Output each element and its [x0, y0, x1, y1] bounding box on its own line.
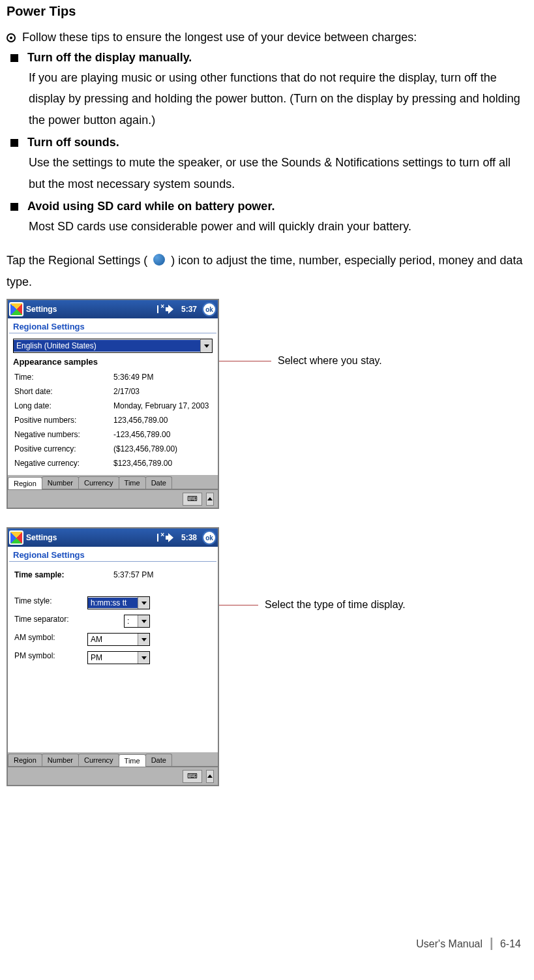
regional-settings-intro: Tap the Regional Settings ( ) icon to ad… — [7, 250, 527, 292]
row-value: Monday, February 17, 2003 — [113, 399, 211, 412]
callout-text: Select the type of time display. — [265, 599, 406, 611]
row-label: Positive currency: — [14, 442, 112, 455]
signal-off-icon[interactable] — [153, 532, 163, 543]
combo-value: PM — [88, 652, 138, 663]
field-label: Time separator: — [14, 613, 86, 630]
tab-number[interactable]: Number — [42, 754, 79, 766]
chevron-down-icon — [141, 620, 147, 623]
dropdown-button[interactable] — [138, 634, 149, 645]
signal-off-icon[interactable] — [153, 304, 163, 314]
row-label: Short date: — [14, 385, 112, 398]
ok-button[interactable]: ok — [202, 530, 216, 545]
intro-line: Follow these tips to ensure the longest … — [7, 31, 527, 44]
tab-region[interactable]: Region — [8, 477, 42, 489]
callout-2: Select the type of time display. — [219, 599, 406, 611]
keyboard-button[interactable]: ⌨ — [183, 770, 202, 783]
start-icon[interactable] — [9, 530, 23, 545]
time-separator-combo[interactable]: : — [124, 615, 150, 628]
dot-bullet-icon — [7, 33, 16, 42]
time-sample-label: Time sample: — [14, 568, 112, 581]
tab-region[interactable]: Region — [8, 754, 42, 766]
am-symbol-combo[interactable]: AM — [87, 633, 150, 646]
device-topbar: Settings 5:38 ok — [8, 528, 218, 547]
chevron-down-icon — [141, 602, 147, 605]
page-footer: User's Manual ┃ 6-14 — [7, 922, 527, 957]
row-value: -123,456,789.00 — [113, 428, 211, 441]
volume-icon[interactable] — [166, 532, 176, 543]
square-bullet-icon — [10, 139, 18, 147]
topbar-title: Settings — [26, 305, 57, 314]
dropdown-button[interactable] — [200, 339, 212, 352]
combo-value: h:mm:ss tt — [88, 598, 138, 608]
chevron-down-icon — [141, 638, 147, 641]
tab-bar: Region Number Currency Time Date — [8, 475, 218, 489]
regional-intro-text-1: Tap the Regional Settings ( — [7, 254, 147, 267]
chevron-down-icon — [141, 656, 147, 660]
field-label: AM symbol: — [14, 631, 86, 648]
callout-leader-line — [219, 605, 258, 605]
clock-text: 5:37 — [181, 305, 197, 314]
dropdown-button[interactable] — [138, 652, 149, 664]
ok-button[interactable]: ok — [202, 302, 216, 316]
row-value: 2/17/03 — [113, 385, 211, 398]
regional-settings-globe-icon — [153, 254, 165, 266]
callout-1: Select where you stay. — [219, 355, 382, 367]
square-bullet-icon — [10, 203, 18, 211]
chevron-up-icon — [207, 774, 213, 778]
tab-bar: Region Number Currency Time Date — [8, 752, 218, 767]
row-value: 123,456,789.00 — [113, 414, 211, 427]
tip-title: Turn off the display manually. — [27, 51, 192, 65]
row-value: 5:36:49 PM — [113, 371, 211, 384]
tab-time[interactable]: Time — [119, 754, 146, 767]
appearance-samples-label: Appearance samples — [13, 357, 213, 367]
dropdown-button[interactable] — [138, 615, 149, 627]
locale-combo[interactable]: English (United States) — [13, 339, 213, 353]
square-bullet-icon — [10, 54, 18, 62]
dropdown-button[interactable] — [138, 597, 149, 609]
device-topbar: Settings 5:37 ok — [8, 300, 218, 318]
footer-page-number: 6-14 — [500, 938, 521, 949]
row-label: Negative currency: — [14, 457, 112, 470]
tip-body: If you are playing music or using other … — [7, 67, 527, 130]
tab-currency[interactable]: Currency — [78, 754, 119, 766]
tip-title: Avoid using SD card while on battery pow… — [27, 200, 274, 213]
sip-bar: ⌨ — [8, 489, 218, 508]
keyboard-button[interactable]: ⌨ — [183, 493, 202, 506]
screenshot-region-tab: Settings 5:37 ok Regional Settings Engli… — [7, 299, 219, 509]
time-style-combo[interactable]: h:mm:ss tt — [87, 596, 150, 609]
row-value: ($123,456,789.00) — [113, 442, 211, 455]
callout-text: Select where you stay. — [278, 355, 382, 367]
row-label: Time: — [14, 371, 112, 384]
start-icon[interactable] — [9, 302, 23, 316]
tab-number[interactable]: Number — [42, 476, 79, 489]
sip-menu-button[interactable] — [206, 493, 214, 506]
chevron-down-icon — [204, 345, 209, 348]
tab-date[interactable]: Date — [145, 754, 172, 766]
row-label: Long date: — [14, 399, 112, 412]
field-label: Time style: — [14, 594, 86, 611]
footer-left: User's Manual — [416, 938, 482, 949]
tip-body: Most SD cards use considerable power and… — [7, 216, 527, 237]
section-title: Regional Settings — [9, 548, 216, 562]
combo-value: AM — [88, 634, 138, 645]
row-value: $123,456,789.00 — [113, 457, 211, 470]
volume-icon[interactable] — [166, 304, 176, 314]
combo-value: : — [125, 616, 138, 626]
tab-currency[interactable]: Currency — [78, 476, 119, 489]
chevron-up-icon — [207, 497, 213, 500]
pm-symbol-combo[interactable]: PM — [87, 651, 150, 664]
intro-text: Follow these tips to ensure the longest … — [22, 31, 417, 44]
footer-separator: ┃ — [488, 938, 495, 949]
screenshot-time-tab: Settings 5:38 ok Regional Settings Time … — [7, 527, 219, 786]
topbar-title: Settings — [26, 533, 57, 542]
tab-time[interactable]: Time — [119, 476, 146, 489]
sip-menu-button[interactable] — [206, 770, 214, 783]
locale-combo-value: English (United States) — [14, 340, 200, 352]
tip-body: Use the settings to mute the speaker, or… — [7, 152, 527, 194]
time-sample-value: 5:37:57 PM — [113, 568, 211, 581]
clock-text: 5:38 — [181, 533, 197, 542]
tab-date[interactable]: Date — [145, 476, 172, 489]
power-tips-heading: Power Tips — [7, 4, 527, 19]
section-title: Regional Settings — [9, 320, 216, 333]
sip-bar: ⌨ — [8, 767, 218, 785]
